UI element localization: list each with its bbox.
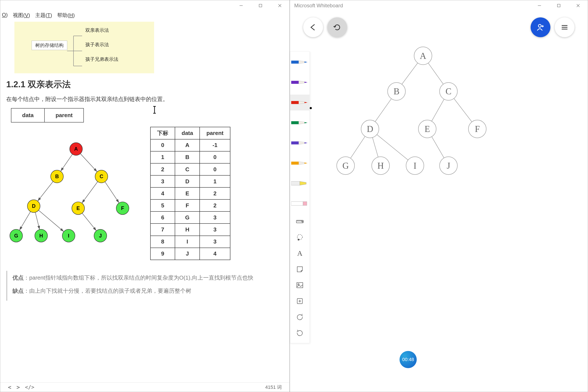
text-tool[interactable]: A	[293, 248, 306, 259]
svg-marker-45	[299, 60, 304, 64]
table-cell: 1	[200, 175, 230, 188]
close-button[interactable]	[270, 0, 290, 11]
table-header: data	[175, 127, 200, 139]
svg-text:G: G	[342, 161, 349, 171]
pen-pen[interactable]	[290, 155, 310, 171]
svg-text:H: H	[39, 233, 43, 238]
svg-text:E: E	[76, 206, 80, 211]
svg-text:D: D	[32, 203, 36, 209]
menubar: O)视图(V)主题(T)帮助(H)	[0, 11, 290, 20]
table-row: 9J4	[150, 248, 230, 260]
svg-line-84	[350, 136, 365, 158]
svg-marker-61	[304, 162, 308, 164]
menu-item[interactable]: 帮助(H)	[57, 12, 74, 19]
settings-menu-button[interactable]	[555, 18, 574, 37]
table-cell: J	[175, 248, 200, 260]
svg-marker-54	[299, 121, 304, 124]
svg-marker-58	[304, 142, 308, 144]
mindmap-branch: 孩子兄弟表示法	[85, 56, 118, 62]
svg-line-6	[38, 182, 53, 201]
menu-item[interactable]: 视图(V)	[13, 12, 30, 19]
pen-pen[interactable]	[290, 115, 310, 131]
table-header: 下标	[150, 127, 175, 139]
svg-line-10	[35, 212, 40, 230]
table-cell: B	[175, 151, 200, 163]
table-cell: 2	[200, 188, 230, 200]
svg-marker-60	[299, 162, 304, 164]
svg-line-81	[375, 99, 392, 122]
source-mode-icon[interactable]: </>	[25, 384, 34, 390]
table-header: parent	[200, 127, 230, 139]
table-cell: 7	[150, 224, 175, 236]
svg-marker-51	[299, 101, 304, 104]
recording-timer-bubble[interactable]: 00:48	[400, 351, 417, 368]
text-cursor	[152, 106, 157, 114]
svg-point-75	[298, 284, 299, 285]
svg-rect-44	[291, 60, 299, 64]
svg-line-87	[432, 137, 444, 158]
svg-text:E: E	[424, 124, 430, 134]
table-cell: 0	[200, 163, 230, 175]
table-row: 1B0	[150, 151, 230, 163]
whiteboard-tree-drawing: ABCDEFGHIJ	[332, 40, 493, 186]
svg-text:H: H	[378, 161, 384, 171]
svg-text:F: F	[121, 206, 124, 211]
ruler-tool[interactable]	[293, 216, 306, 228]
maximize-button[interactable]	[251, 0, 270, 11]
svg-line-8	[105, 182, 119, 203]
table-row: 4E2	[150, 188, 230, 200]
back-button[interactable]	[303, 18, 323, 37]
svg-point-37	[538, 24, 541, 27]
mindmap-root: 树的存储结构	[32, 40, 67, 50]
close-button[interactable]	[568, 0, 588, 11]
add-tool[interactable]	[293, 295, 306, 307]
undo-tool[interactable]	[293, 311, 306, 323]
svg-line-9	[19, 212, 30, 230]
document-content: 树的存储结构 双亲表示法 孩子表示法 孩子兄弟表示法 1.2.1 双亲表示法 在…	[0, 20, 290, 382]
pen-pen[interactable]	[290, 94, 310, 110]
svg-rect-50	[291, 101, 299, 104]
nav-forward-icon[interactable]: >	[16, 384, 20, 390]
nav-back-icon[interactable]: <	[8, 384, 12, 390]
table-cell: 3	[200, 236, 230, 248]
pen-pen[interactable]	[290, 54, 310, 70]
menu-item[interactable]: O)	[2, 12, 8, 19]
sync-button[interactable]	[327, 18, 347, 37]
titlebar	[0, 0, 290, 11]
window-controls	[232, 0, 290, 11]
svg-text:C: C	[100, 174, 103, 179]
share-add-button[interactable]	[530, 18, 550, 37]
minimize-button[interactable]	[530, 0, 549, 11]
pen-pencil[interactable]	[290, 135, 310, 151]
note-tool[interactable]	[293, 264, 306, 275]
con-text: ：由上向下找就十分慢，若要找结点的孩子或者兄弟，要遍历整个树	[24, 288, 191, 294]
pen-highlighter[interactable]	[290, 175, 310, 191]
minimize-button[interactable]	[232, 0, 251, 11]
statusbar: < > </> 4151 词	[0, 382, 290, 392]
maximize-button[interactable]	[549, 0, 568, 11]
table-row: 2C0	[150, 163, 230, 175]
whiteboard-canvas[interactable]: A ABCDEFGHIJ 00:48	[290, 11, 588, 392]
pen-eraser[interactable]	[290, 196, 310, 212]
svg-line-7	[82, 182, 98, 203]
table-row: 8I3	[150, 236, 230, 248]
table-cell: 3	[150, 175, 175, 188]
svg-text:D: D	[367, 124, 373, 134]
svg-line-83	[454, 98, 472, 122]
svg-rect-53	[291, 121, 299, 124]
lasso-tool[interactable]	[293, 232, 306, 243]
svg-text:A: A	[420, 51, 426, 61]
whiteboard-topbar	[290, 18, 588, 37]
svg-line-86	[377, 134, 408, 160]
svg-marker-57	[299, 142, 304, 144]
svg-marker-48	[299, 81, 304, 84]
menu-item[interactable]: 主题(T)	[35, 12, 52, 19]
table-cell: 9	[150, 248, 175, 260]
image-tool[interactable]	[293, 280, 306, 291]
svg-text:J: J	[447, 161, 450, 171]
svg-marker-52	[304, 102, 308, 103]
redo-tool[interactable]	[293, 327, 306, 339]
pen-pencil[interactable]	[290, 74, 310, 90]
text-icon: A	[297, 249, 302, 258]
svg-line-4	[60, 154, 72, 171]
